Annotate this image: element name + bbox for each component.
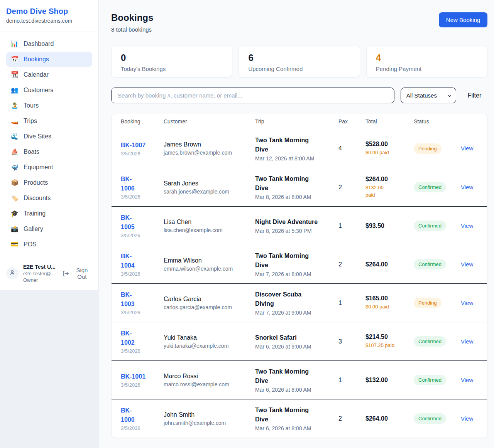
trip-name: Two Tank Morning Dive [255,136,334,154]
trip-datetime: Mar 6, 2026 at 8:00 AM [255,387,334,393]
booking-id-link[interactable]: BK- 1000 [121,406,159,424]
avatar [6,267,19,280]
sidebar-item-pos[interactable]: 💳POS [6,237,92,252]
stat-card-upcoming-confirmed: 6Upcoming Confirmed [239,45,360,77]
column-header-status: Status [414,118,461,125]
column-header-total: Total [365,118,414,125]
booking-id-link[interactable]: BK-1001 [121,372,159,381]
trip-cell: Snorkel Safari Mar 6, 2026 at 9:00 AM [255,333,338,350]
booking-cell: BK- 1002 3/5/2026 [121,329,164,354]
sidebar-item-customers[interactable]: 👥Customers [6,83,92,98]
sidebar-item-label: Dashboard [24,40,54,47]
customer-email: sarah.jones@example.com [164,189,250,195]
column-header-customer: Customer [164,118,255,125]
status-badge: Pending [414,143,442,154]
status-cell: Confirmed [414,336,461,347]
stat-value: 6 [248,52,350,63]
table-header-row: BookingCustomerTripPaxTotalStatus [112,114,487,129]
view-link[interactable]: View [461,261,473,268]
sidebar-item-products[interactable]: 📦Products [6,175,92,190]
sidebar-item-dashboard[interactable]: 📊Dashboard [6,37,92,51]
booking-id-link[interactable]: BK- 1005 [121,213,159,232]
view-link[interactable]: View [461,338,473,345]
sidebar-item-label: Products [24,179,48,186]
trip-name: Two Tank Morning Dive [255,174,334,193]
total-cell: $264.00 [365,415,414,422]
customer-name: Marco Rossi [164,373,250,380]
trip-name: Discover Scuba Diving [255,290,334,308]
total-amount: $165.00 [365,295,409,302]
page-title: Bookings [111,12,153,23]
status-select-wrap: All Statuses [401,88,456,103]
sidebar-item-dive-sites[interactable]: 🌊Dive Sites [6,129,92,144]
booking-cell: BK- 1000 3/5/2026 [121,406,164,431]
dive-sites-icon: 🌊 [11,133,19,140]
booking-cell: BK- 1003 3/5/2026 [121,290,164,315]
new-booking-button[interactable]: New Booking [439,12,487,27]
booking-id-link[interactable]: BK- 1004 [121,252,159,270]
sidebar-item-label: Equipment [24,164,53,171]
status-cell: Confirmed [414,221,461,231]
booking-id-link[interactable]: BK- 1003 [121,290,159,309]
sidebar-item-trips[interactable]: 🚤Trips [6,114,92,128]
sidebar-item-discounts[interactable]: 🏷️Discounts [6,191,92,205]
pax-cell: 2 [338,184,365,191]
trip-name: Two Tank Morning Dive [255,406,334,424]
tours-icon: 🏝️ [11,103,19,109]
sidebar-item-gallery[interactable]: 📸Gallery [6,222,92,236]
sidebar-item-calendar[interactable]: 📆Calendar [6,67,92,82]
sign-out-icon [63,270,69,277]
customer-cell: Emma Wilson emma.wilson@example.com [164,257,255,272]
table-row: BK- 1004 3/5/2026 Emma Wilson emma.wilso… [112,245,487,283]
filter-button[interactable]: Filter [462,92,488,99]
view-link[interactable]: View [461,222,473,229]
paid-amount: $107.25 paid [365,342,409,349]
sidebar-item-label: Bookings [24,56,49,63]
customer-cell: Marco Rossi marco.rossi@example.com [164,373,255,387]
training-icon: 🎓 [11,211,19,217]
pax-cell: 1 [338,377,365,384]
view-link[interactable]: View [461,415,473,422]
column-header-trip: Trip [255,118,338,125]
customer-cell: Yuki Tanaka yuki.tanaka@example.com [164,334,255,349]
trip-datetime: Mar 7, 2026 at 8:00 AM [255,271,334,277]
trip-cell: Two Tank Morning Dive Mar 7, 2026 at 8:0… [255,251,338,277]
filter-row: All Statuses Filter [111,88,487,103]
view-link[interactable]: View [461,145,473,152]
sidebar-item-equipment[interactable]: 🤿Equipment [6,160,92,175]
sidebar-item-label: Gallery [24,226,43,232]
booking-id-link[interactable]: BK- 1002 [121,329,159,347]
table-row: BK-1007 3/5/2026 James Brown james.brown… [112,129,487,168]
equipment-icon: 🤿 [11,164,19,170]
sign-out-button[interactable]: Sign Out [63,267,92,280]
dashboard-icon: 📊 [11,41,19,47]
trip-name: Two Tank Morning Dive [255,367,334,386]
sidebar-item-training[interactable]: 🎓Training [6,206,92,221]
customer-cell: Lisa Chen lisa.chen@example.com [164,219,255,233]
pax-cell: 2 [338,261,365,268]
paid-amount: $0.00 paid [365,149,409,157]
view-link[interactable]: View [461,377,473,383]
sidebar-item-tours[interactable]: 🏝️Tours [6,98,92,113]
app-root: Demo Dive Shop demo.test.divestreams.com… [0,0,494,448]
trip-cell: Two Tank Morning Dive Mar 12, 2026 at 8:… [255,136,338,162]
booking-id-link[interactable]: BK- 1006 [121,175,159,193]
table-row: BK- 1003 3/5/2026 Carlos Garcia carlos.g… [112,283,487,322]
sidebar-item-bookings[interactable]: 📅Bookings [6,52,92,67]
sidebar-header: Demo Dive Shop demo.test.divestreams.com [0,0,98,32]
trip-cell: Two Tank Morning Dive Mar 8, 2026 at 8:0… [255,174,338,200]
view-link[interactable]: View [461,300,473,306]
sidebar-item-label: Discounts [24,195,51,202]
trip-cell: Two Tank Morning Dive Mar 6, 2026 at 8:0… [255,367,338,393]
sidebar-item-boats[interactable]: ⛵Boats [6,145,92,159]
total-amount: $264.00 [365,415,409,422]
booking-id-link[interactable]: BK-1007 [121,141,159,150]
status-cell: Confirmed [414,413,461,424]
sidebar-nav: 📊Dashboard📅Bookings📆Calendar👥Customers🏝️… [0,32,98,256]
status-select[interactable]: All Statuses [401,88,456,103]
search-input[interactable] [111,88,394,103]
trip-name: Night Dive Adventure [255,217,334,227]
trip-cell: Night Dive Adventure Mar 8, 2026 at 5:30… [255,217,338,234]
view-link[interactable]: View [461,184,473,190]
status-badge: Confirmed [414,375,446,385]
